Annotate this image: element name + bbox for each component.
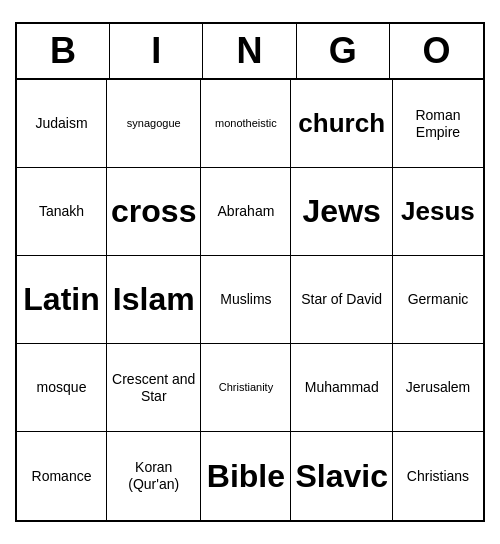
cell-text: Christianity bbox=[219, 381, 273, 394]
bingo-cell: mosque bbox=[17, 344, 107, 432]
bingo-grid: JudaismsynagoguemonotheisticchurchRoman … bbox=[17, 80, 483, 520]
bingo-cell: Abraham bbox=[201, 168, 291, 256]
header-letter: G bbox=[297, 24, 390, 78]
bingo-cell: Jews bbox=[291, 168, 393, 256]
cell-text: Christians bbox=[407, 468, 469, 485]
cell-text: Abraham bbox=[218, 203, 275, 220]
cell-text: Romance bbox=[32, 468, 92, 485]
bingo-cell: monotheistic bbox=[201, 80, 291, 168]
bingo-cell: Crescent and Star bbox=[107, 344, 201, 432]
cell-text: Koran (Qur'an) bbox=[111, 459, 196, 493]
cell-text: monotheistic bbox=[215, 117, 277, 130]
cell-text: Muslims bbox=[220, 291, 271, 308]
bingo-cell: Muslims bbox=[201, 256, 291, 344]
bingo-cell: Muhammad bbox=[291, 344, 393, 432]
cell-text: Germanic bbox=[408, 291, 469, 308]
bingo-cell: Christianity bbox=[201, 344, 291, 432]
bingo-cell: synagogue bbox=[107, 80, 201, 168]
bingo-cell: Star of David bbox=[291, 256, 393, 344]
header-letter: N bbox=[203, 24, 296, 78]
bingo-cell: Germanic bbox=[393, 256, 483, 344]
bingo-card: BINGO Judaismsynagoguemonotheisticchurch… bbox=[15, 22, 485, 522]
cell-text: mosque bbox=[37, 379, 87, 396]
bingo-cell: Tanakh bbox=[17, 168, 107, 256]
bingo-cell: Judaism bbox=[17, 80, 107, 168]
cell-text: Star of David bbox=[301, 291, 382, 308]
cell-text: cross bbox=[111, 192, 196, 230]
cell-text: Crescent and Star bbox=[111, 371, 196, 405]
cell-text: Roman Empire bbox=[397, 107, 479, 141]
bingo-cell: Latin bbox=[17, 256, 107, 344]
bingo-cell: Jesus bbox=[393, 168, 483, 256]
bingo-cell: Romance bbox=[17, 432, 107, 520]
bingo-cell: Jerusalem bbox=[393, 344, 483, 432]
header-letter: I bbox=[110, 24, 203, 78]
bingo-cell: church bbox=[291, 80, 393, 168]
cell-text: Islam bbox=[113, 280, 195, 318]
cell-text: Jerusalem bbox=[406, 379, 471, 396]
bingo-cell: Islam bbox=[107, 256, 201, 344]
cell-text: Tanakh bbox=[39, 203, 84, 220]
cell-text: Muhammad bbox=[305, 379, 379, 396]
bingo-header: BINGO bbox=[17, 24, 483, 80]
bingo-cell: Christians bbox=[393, 432, 483, 520]
bingo-cell: Slavic bbox=[291, 432, 393, 520]
cell-text: Judaism bbox=[35, 115, 87, 132]
bingo-cell: Bible bbox=[201, 432, 291, 520]
cell-text: church bbox=[298, 108, 385, 139]
cell-text: Bible bbox=[207, 457, 285, 495]
cell-text: Jews bbox=[303, 192, 381, 230]
cell-text: Jesus bbox=[401, 196, 475, 227]
bingo-cell: Roman Empire bbox=[393, 80, 483, 168]
cell-text: Latin bbox=[23, 280, 99, 318]
header-letter: B bbox=[17, 24, 110, 78]
header-letter: O bbox=[390, 24, 483, 78]
bingo-cell: cross bbox=[107, 168, 201, 256]
bingo-cell: Koran (Qur'an) bbox=[107, 432, 201, 520]
cell-text: Slavic bbox=[295, 457, 388, 495]
cell-text: synagogue bbox=[127, 117, 181, 130]
